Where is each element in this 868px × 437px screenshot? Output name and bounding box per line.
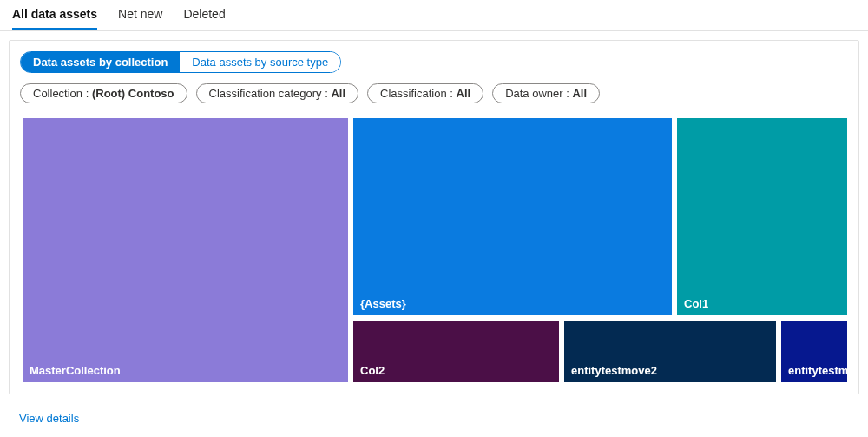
filter-value: (Root) Contoso [92, 87, 174, 100]
seg-by-collection[interactable]: Data assets by collection [21, 52, 180, 72]
filter-label: Data owner [505, 87, 562, 100]
tile-entitytestmov[interactable]: entitytestmov... [779, 318, 850, 385]
filter-label: Classification category [209, 87, 322, 100]
filter-row: Collection : (Root) Contoso Classificati… [20, 83, 848, 103]
filter-value: All [572, 87, 587, 100]
filter-value: All [331, 87, 345, 100]
filter-label: Collection [33, 87, 82, 100]
filter-collection[interactable]: Collection : (Root) Contoso [20, 83, 187, 103]
filter-classification[interactable]: Classification : All [367, 83, 483, 103]
filter-value: All [457, 87, 471, 100]
treemap-chart: MasterCollection {Assets} Col1 Col2 enti… [20, 116, 850, 385]
tile-assets[interactable]: {Assets} [351, 116, 674, 318]
tab-all-data-assets[interactable]: All data assets [12, 7, 97, 30]
tile-entitytestmove2[interactable]: entitytestmove2 [562, 318, 779, 385]
tile-mastercollection[interactable]: MasterCollection [20, 116, 351, 385]
tab-net-new[interactable]: Net new [118, 7, 162, 30]
view-segmented: Data assets by collection Data assets by… [20, 51, 341, 73]
segment-row: Data assets by collection Data assets by… [20, 51, 848, 73]
filter-label: Classification [380, 87, 447, 100]
tab-deleted[interactable]: Deleted [183, 7, 225, 30]
tile-col2[interactable]: Col2 [351, 318, 562, 385]
view-details-link[interactable]: View details [19, 412, 79, 425]
tabs: All data assets Net new Deleted [0, 0, 868, 31]
seg-by-source-type[interactable]: Data assets by source type [180, 52, 340, 72]
chart-card: Data assets by collection Data assets by… [9, 40, 859, 394]
tile-col1[interactable]: Col1 [674, 116, 850, 318]
filter-classification-category[interactable]: Classification category : All [196, 83, 359, 103]
view-details-row: View details [19, 410, 858, 426]
filter-data-owner[interactable]: Data owner : All [492, 83, 600, 103]
